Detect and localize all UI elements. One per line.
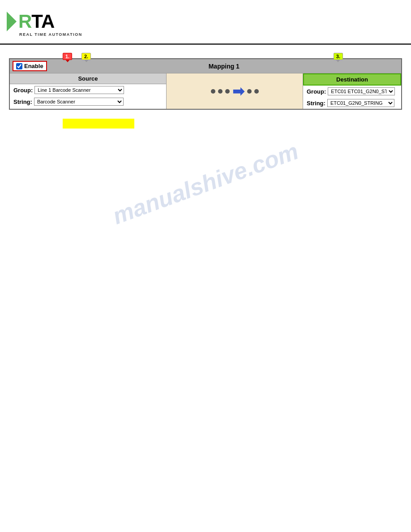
destination-header: Destination <box>303 73 401 86</box>
logo-r: R <box>18 11 31 32</box>
logo-subtitle: REAL TIME AUTOMATION <box>7 32 82 37</box>
source-header: Source <box>10 73 166 84</box>
dot-3 <box>225 89 230 94</box>
mapping-cols: Source Group: Line 1 Barcode Scanner Str… <box>10 73 401 109</box>
middle-column: ➡ <box>167 73 303 109</box>
mapping-title-row: 1. 2. 3. Enable Mapping 1 <box>10 59 401 73</box>
destination-column: Destination Group: ETC01 ETC01_G2N0_STRI… <box>303 73 401 109</box>
arrow-icon: ➡ <box>232 83 244 100</box>
logo-arrow-icon <box>7 12 17 31</box>
mapping-container: 1. 2. 3. Enable Mapping 1 Source Group: <box>9 58 402 110</box>
source-string-label: String: <box>13 99 32 105</box>
enable-checkbox[interactable] <box>16 63 22 69</box>
source-string-select[interactable]: Barcode Scanner <box>34 98 124 106</box>
mapping-title: Mapping 1 <box>50 63 398 70</box>
dot-4 <box>247 89 252 94</box>
source-column: Source Group: Line 1 Barcode Scanner Str… <box>10 73 167 109</box>
dest-string-label: String: <box>307 100 325 107</box>
dot-2 <box>218 89 223 94</box>
page-header: RTA REAL TIME AUTOMATION <box>0 0 411 45</box>
logo-text: RTA <box>18 12 54 31</box>
source-group-row: Group: Line 1 Barcode Scanner <box>10 84 166 96</box>
badge-1: 1. <box>63 53 72 60</box>
dot-1 <box>211 89 215 94</box>
dest-string-select[interactable]: ETC01_G2N0_STRING <box>327 99 394 107</box>
main-content: 1. 2. 3. Enable Mapping 1 Source Group: <box>0 45 411 142</box>
watermark: manualshive.com <box>109 137 302 230</box>
badge-2: 2. <box>81 53 91 60</box>
yellow-highlight <box>63 119 134 129</box>
logo: RTA REAL TIME AUTOMATION <box>7 12 82 37</box>
dot-5 <box>254 89 259 94</box>
dest-group-label: Group: <box>307 88 326 95</box>
enable-checkbox-container[interactable]: Enable <box>13 61 47 71</box>
dest-string-row: String: ETC01_G2N0_STRING <box>303 97 401 109</box>
dest-group-select[interactable]: ETC01 ETC01_G2N0_STRIN <box>328 87 395 95</box>
enable-label: Enable <box>24 63 43 69</box>
source-group-label: Group: <box>13 87 33 94</box>
source-string-row: String: Barcode Scanner <box>10 96 166 107</box>
dest-group-row: Group: ETC01 ETC01_G2N0_STRIN <box>303 86 401 97</box>
badge-3: 3. <box>334 53 343 60</box>
logo-graphic: RTA <box>7 12 54 31</box>
source-group-select[interactable]: Line 1 Barcode Scanner <box>34 86 124 94</box>
